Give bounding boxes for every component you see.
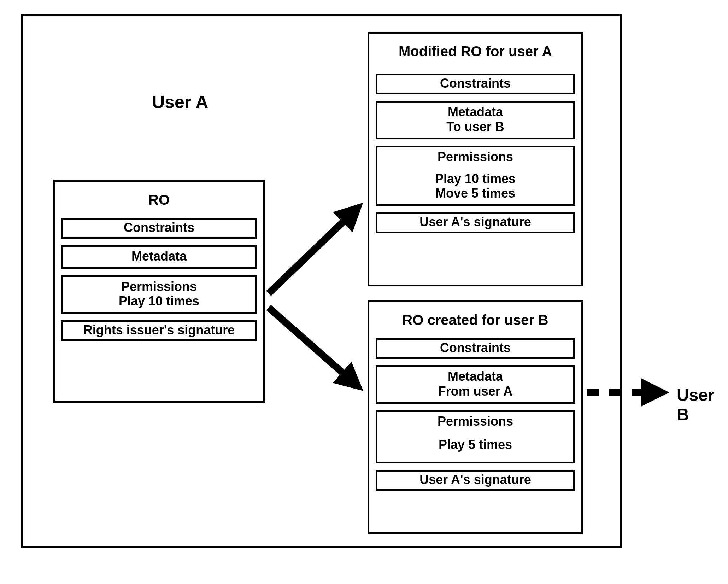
ro-modified-permissions: Permissions Play 10 times Move 5 times bbox=[376, 146, 575, 206]
ro-modified-box: Modified RO for user A Constraints Metad… bbox=[368, 32, 583, 286]
ro-created-box: RO created for user B Constraints Metada… bbox=[368, 300, 583, 534]
ro-modified-metadata-title: Metadata bbox=[380, 105, 571, 119]
ro-modified-permissions-title: Permissions bbox=[380, 150, 571, 164]
diagram-stage: User A User B RO Constraints Metadata Pe… bbox=[0, 0, 728, 584]
ro-created-constraints: Constraints bbox=[376, 338, 575, 359]
ro-original-permissions-title: Permissions bbox=[65, 279, 253, 294]
ro-modified-metadata-line1: To user B bbox=[380, 119, 571, 134]
ro-modified-metadata: Metadata To user B bbox=[376, 101, 575, 139]
ro-created-permissions: Permissions Play 5 times bbox=[376, 410, 575, 463]
ro-modified-title: Modified RO for user A bbox=[376, 43, 575, 59]
ro-created-permissions-title: Permissions bbox=[380, 414, 571, 428]
ro-original-constraints: Constraints bbox=[61, 218, 257, 239]
ro-created-permissions-line1: Play 5 times bbox=[380, 437, 571, 452]
ro-modified-permissions-line1: Play 10 times bbox=[380, 171, 571, 186]
ro-original-signature: Rights issuer's signature bbox=[61, 320, 257, 341]
ro-modified-signature: User A's signature bbox=[376, 212, 575, 233]
ro-original-title: RO bbox=[61, 192, 257, 208]
ro-original-permissions-line1: Play 10 times bbox=[65, 294, 253, 308]
ro-original-metadata: Metadata bbox=[61, 245, 257, 269]
ro-modified-constraints: Constraints bbox=[376, 74, 575, 94]
ro-original-box: RO Constraints Metadata Permissions Play… bbox=[53, 180, 265, 403]
ro-created-metadata: Metadata From user A bbox=[376, 365, 575, 404]
ro-created-metadata-title: Metadata bbox=[380, 369, 571, 384]
ro-created-metadata-line1: From user A bbox=[380, 384, 571, 398]
user-a-label: User A bbox=[152, 92, 208, 112]
ro-created-title: RO created for user B bbox=[376, 312, 575, 328]
ro-original-permissions: Permissions Play 10 times bbox=[61, 275, 257, 314]
ro-modified-permissions-line2: Move 5 times bbox=[380, 186, 571, 200]
ro-created-signature: User A's signature bbox=[376, 470, 575, 491]
user-b-label: User B bbox=[677, 385, 728, 424]
